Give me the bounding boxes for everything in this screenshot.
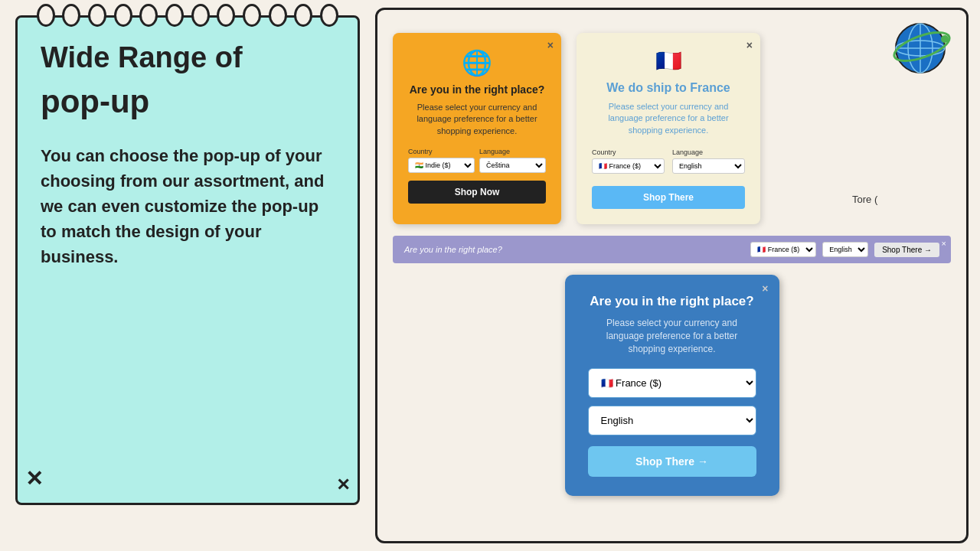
- popup-cream-country-label: Country: [592, 148, 665, 156]
- spiral-10: [269, 4, 287, 27]
- popup-blue-desc: Please select your currency and language…: [588, 317, 756, 355]
- popup-orange-country-select[interactable]: 🇮🇳 Indie ($): [408, 158, 475, 173]
- spiral-8: [217, 4, 235, 27]
- corner-decoration-bl: ✕: [25, 466, 43, 491]
- tore-label: Tore (: [852, 194, 877, 205]
- popup-blue-language-select[interactable]: English: [588, 406, 756, 435]
- popup-orange-close[interactable]: ×: [547, 39, 554, 51]
- popup-orange: × 🌐 Are you in the right place? Please s…: [393, 33, 561, 224]
- spiral-binding: [18, 4, 358, 27]
- spiral-4: [114, 4, 132, 27]
- popup-orange-globe-icon: 🌐: [408, 48, 546, 77]
- globe-icon: [890, 18, 951, 79]
- popup-cream-language-label: Language: [672, 148, 745, 156]
- popup-cream: × 🇫🇷 We do ship to France Please select …: [577, 33, 760, 224]
- spiral-2: [62, 4, 80, 27]
- corner-decoration-br: ✕: [336, 475, 350, 495]
- popup-cream-country-field: Country 🇫🇷 France ($): [592, 148, 665, 174]
- banner-country-select[interactable]: 🇫🇷 France ($): [750, 242, 816, 257]
- spiral-9: [243, 4, 261, 27]
- popup-cream-selects: Country 🇫🇷 France ($) Language English: [592, 148, 745, 174]
- popup-cream-country-select[interactable]: 🇫🇷 France ($): [592, 158, 665, 174]
- banner-text: Are you in the right place?: [404, 245, 502, 254]
- popup-cream-title: We do ship to France: [592, 81, 745, 95]
- popup-cream-language-field: Language English: [672, 148, 745, 174]
- popup-orange-language-field: Language Čeština: [479, 148, 546, 173]
- popup-cream-shop-button[interactable]: Shop There: [592, 186, 745, 209]
- popup-orange-desc: Please select your currency and language…: [408, 102, 546, 137]
- spiral-5: [139, 4, 158, 27]
- banner-controls: 🇫🇷 France ($) English Shop There →: [750, 242, 939, 257]
- popup-orange-title: Are you in the right place?: [408, 83, 546, 96]
- notebook-title-line2: pop-up: [41, 83, 335, 120]
- popup-orange-language-label: Language: [479, 148, 546, 155]
- notebook: Wide Range of pop-up You can choose the …: [15, 15, 360, 505]
- spiral-6: [165, 4, 184, 27]
- svg-point-6: [941, 35, 949, 43]
- left-panel: Wide Range of pop-up You can choose the …: [0, 0, 375, 551]
- popup-blue-title: Are you in the right place?: [588, 294, 756, 309]
- right-panel: × 🌐 Are you in the right place? Please s…: [375, 8, 969, 543]
- popup-orange-shop-button[interactable]: Shop Now: [408, 181, 546, 204]
- popup-orange-language-select[interactable]: Čeština: [479, 158, 546, 173]
- popup-orange-country-field: Country 🇮🇳 Indie ($): [408, 148, 475, 173]
- popup-blue-close-icon[interactable]: ×: [762, 282, 768, 295]
- popup-blue: × Are you in the right place? Please sel…: [565, 275, 779, 495]
- popup-cream-language-select[interactable]: English: [672, 158, 745, 174]
- spiral-1: [37, 4, 55, 27]
- popup-cream-flag: 🇫🇷: [592, 48, 745, 73]
- popup-orange-country-label: Country: [408, 148, 475, 155]
- banner-shop-button[interactable]: Shop There →: [874, 243, 939, 257]
- banner-strip: Are you in the right place? 🇫🇷 France ($…: [393, 236, 951, 263]
- popup-orange-selects-row: Country 🇮🇳 Indie ($) Language Čeština: [408, 148, 546, 173]
- notebook-body: You can choose the pop-up of your choosi…: [41, 143, 335, 269]
- banner-language-select[interactable]: English: [822, 242, 868, 257]
- notebook-title-line1: Wide Range of: [41, 41, 335, 76]
- spiral-7: [191, 4, 210, 27]
- popup-cream-close[interactable]: ×: [746, 39, 753, 51]
- popup-blue-wrapper: × Are you in the right place? Please sel…: [393, 275, 951, 495]
- spiral-11: [294, 4, 312, 27]
- spiral-12: [320, 4, 338, 27]
- popup-blue-shop-button[interactable]: Shop There →: [588, 446, 756, 477]
- popup-cream-desc: Please select your currency and language…: [592, 101, 745, 136]
- spiral-3: [88, 4, 106, 27]
- popup-blue-country-select[interactable]: 🇫🇷 France ($): [588, 368, 756, 398]
- banner-close-icon[interactable]: ×: [942, 239, 946, 248]
